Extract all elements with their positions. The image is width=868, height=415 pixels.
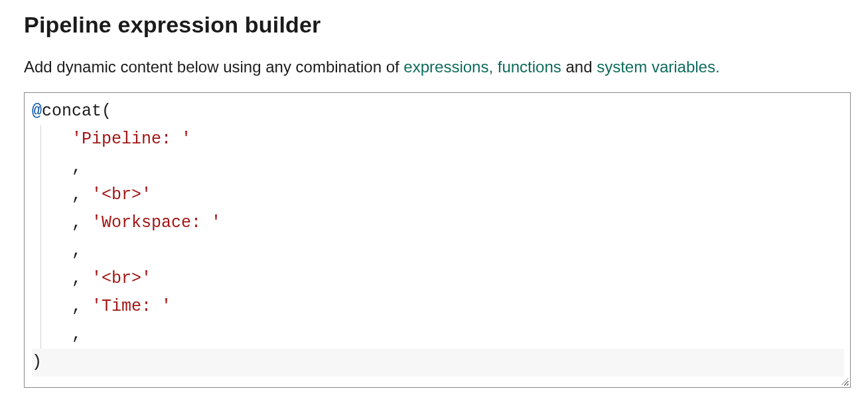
token-comma: , [72, 241, 82, 260]
token-comma: , [72, 269, 82, 288]
indent-space [32, 297, 72, 316]
code-line[interactable]: , '<br>' [32, 265, 844, 293]
code-line[interactable]: @concat( [32, 98, 844, 125]
token-sp [82, 185, 92, 205]
link-system-variables[interactable]: system variables. [597, 58, 719, 76]
token-comma: , [72, 157, 82, 177]
token-str: 'Pipeline: ' [72, 129, 191, 149]
indent-space [32, 157, 72, 177]
token-comma: , [72, 213, 82, 232]
code-line[interactable]: ) [32, 349, 844, 376]
expression-editor[interactable]: @concat( 'Pipeline: ' , , '<br>' , 'Work… [24, 92, 851, 388]
expression-editor-content[interactable]: @concat( 'Pipeline: ' , , '<br>' , 'Work… [25, 94, 849, 386]
token-sp [82, 297, 92, 316]
link-functions[interactable]: functions [498, 58, 561, 76]
indent-space [32, 269, 72, 288]
code-line[interactable]: 'Pipeline: ' [32, 125, 844, 153]
code-line[interactable]: , [32, 321, 844, 349]
token-str: '<br>' [92, 185, 151, 205]
token-at: @ [32, 102, 42, 121]
description-sep1 [493, 58, 498, 76]
code-line[interactable]: , 'Workspace: ' [32, 209, 844, 237]
code-line[interactable]: , [32, 237, 844, 265]
token-sp [82, 269, 92, 288]
indent-space [32, 213, 72, 232]
description-sep2: and [561, 58, 597, 76]
code-line[interactable]: , 'Time: ' [32, 293, 844, 321]
expression-builder-panel: Pipeline expression builder Add dynamic … [0, 0, 868, 401]
token-sp [82, 213, 92, 232]
description-text: Add dynamic content below using any comb… [24, 56, 844, 78]
token-fn: concat [42, 102, 102, 121]
expression-editor-scroll[interactable]: @concat( 'Pipeline: ' , , '<br>' , 'Work… [25, 94, 849, 386]
token-comma: , [72, 325, 82, 344]
token-comma: , [72, 297, 82, 316]
token-str: '<br>' [92, 269, 151, 288]
indent-space [32, 129, 72, 149]
token-paren: ) [32, 353, 42, 372]
token-comma: , [72, 185, 82, 205]
page-title: Pipeline expression builder [24, 12, 844, 38]
indent-space [32, 185, 72, 205]
code-line[interactable]: , [32, 153, 844, 181]
indent-space [32, 325, 72, 344]
link-expressions[interactable]: expressions, [403, 58, 493, 76]
code-line[interactable]: , '<br>' [32, 181, 844, 209]
token-paren: ( [102, 102, 111, 121]
token-str: 'Time: ' [92, 297, 171, 316]
description-prefix: Add dynamic content below using any comb… [24, 58, 403, 76]
token-str: 'Workspace: ' [92, 213, 221, 232]
indent-space [32, 241, 72, 260]
